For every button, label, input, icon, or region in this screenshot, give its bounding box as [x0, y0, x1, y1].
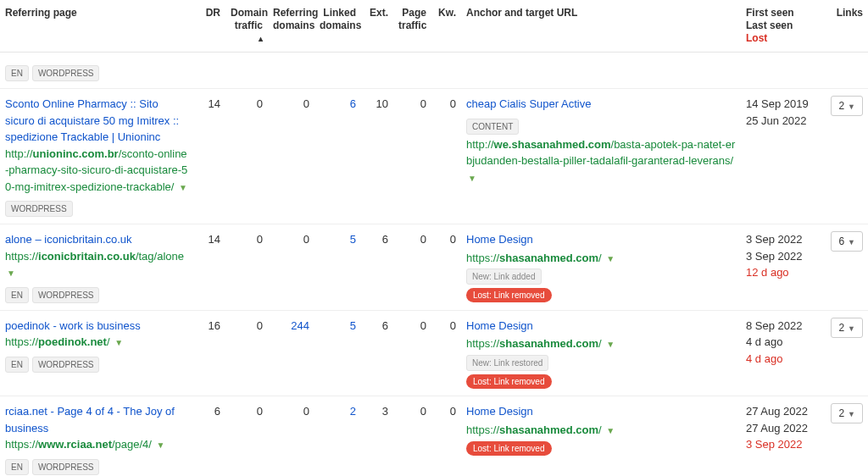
cell-referring-domains: 244 [268, 310, 314, 396]
table-header-row: Referring page DR Domain traffic Referri… [0, 0, 868, 53]
status-pill-lost: Lost: Link removed [466, 441, 552, 456]
referring-page-url[interactable]: https://iconicbritain.co.uk/tag/alone ▼ [5, 248, 190, 281]
anchor-text[interactable]: cheap Cialis Super Active [466, 97, 591, 110]
anchor-tag: CONTENT [466, 119, 519, 135]
page-tag: EN [5, 357, 29, 373]
cell-ext: 6 [361, 224, 393, 311]
cell-linked-domains: 5 [314, 224, 361, 311]
page-tag: EN [5, 459, 29, 475]
anchor-text[interactable]: Home Design [466, 233, 533, 246]
chevron-down-icon[interactable]: ▼ [606, 252, 615, 265]
referring-page-title[interactable]: poedinok - work is business [5, 319, 141, 332]
chevron-down-icon: ▼ [848, 410, 855, 418]
table-row: alone – iconicbritain.co.ukhttps://iconi… [0, 224, 868, 311]
cell-ext: 3 [361, 396, 393, 477]
anchor-text[interactable]: Home Design [466, 319, 533, 332]
cell-page-traffic: 0 [393, 224, 431, 311]
cell-dates: 14 Sep 201925 Jun 2022 [741, 89, 819, 224]
table-row: poedinok - work is businesshttps://poedi… [0, 310, 868, 396]
cell-kw: 0 [431, 224, 461, 311]
cell-dr: 16 [195, 310, 225, 396]
cell-referring-domains: 0 [268, 224, 314, 311]
anchor-text[interactable]: Home Design [466, 405, 533, 418]
referring-page-title[interactable]: Sconto Online Pharmacy :: Sito sicuro di… [5, 97, 179, 143]
cell-ext: 10 [361, 89, 393, 224]
referring-page-url[interactable]: http://unioninc.com.br/sconto-online-pha… [5, 146, 190, 196]
status-pill-new: New: Link restored [466, 355, 548, 371]
chevron-down-icon[interactable]: ▼ [468, 172, 476, 185]
chevron-down-icon: ▼ [848, 238, 855, 246]
cell-dr: 14 [195, 224, 225, 311]
col-referring-domains[interactable]: Referring domains [268, 0, 314, 53]
links-dropdown-button[interactable]: 2▼ [831, 318, 863, 338]
cell-linked-domains: 2 [314, 396, 361, 477]
page-tag: EN [5, 287, 29, 303]
chevron-down-icon[interactable]: ▼ [606, 338, 615, 351]
col-ext[interactable]: Ext. [361, 0, 393, 53]
chevron-down-icon[interactable]: ▼ [7, 267, 15, 280]
col-referring-page[interactable]: Referring page [0, 0, 195, 53]
cell-domain-traffic: 0 [225, 310, 268, 396]
referring-page-url[interactable]: https://poedinok.net/ ▼ [5, 334, 190, 351]
cell-domain-traffic: 0 [225, 89, 268, 224]
chevron-down-icon[interactable]: ▼ [606, 424, 615, 437]
cell-dates: 8 Sep 20224 d ago4 d ago [741, 310, 819, 396]
page-tag: WORDPRESS [32, 357, 100, 373]
cell-ext: 6 [361, 310, 393, 396]
target-url[interactable]: https://shasanahmed.com/ ▼ [466, 422, 736, 439]
cell-domain-traffic: 0 [225, 396, 268, 477]
referring-page-title[interactable]: rciaa.net - Page 4 of 4 - The Joy of bus… [5, 405, 175, 434]
cell-dr: 6 [195, 396, 225, 477]
cell-dates: 27 Aug 202227 Aug 20223 Sep 2022 [741, 396, 819, 477]
col-domain-traffic[interactable]: Domain traffic [225, 0, 268, 53]
status-pill-lost: Lost: Link removed [466, 288, 552, 302]
table-row: rciaa.net - Page 4 of 4 - The Joy of bus… [0, 396, 868, 477]
page-tag: WORDPRESS [5, 201, 73, 217]
chevron-down-icon[interactable]: ▼ [179, 181, 187, 194]
target-url[interactable]: https://shasanahmed.com/ ▼ [466, 250, 736, 267]
col-links[interactable]: Links [819, 0, 868, 53]
col-kw[interactable]: Kw. [431, 0, 461, 53]
cell-domain-traffic: 0 [225, 224, 268, 311]
cell-kw: 0 [431, 310, 461, 396]
cell-kw: 0 [431, 396, 461, 477]
backlinks-table: Referring page DR Domain traffic Referri… [0, 0, 868, 476]
page-tag: WORDPRESS [32, 459, 100, 475]
chevron-down-icon: ▼ [848, 324, 855, 333]
links-dropdown-button[interactable]: 2▼ [831, 403, 863, 423]
cell-page-traffic: 0 [393, 89, 431, 224]
col-page-traffic[interactable]: Page traffic [393, 0, 431, 53]
page-tag: WORDPRESS [32, 287, 100, 303]
referring-page-title[interactable]: alone – iconicbritain.co.uk [5, 233, 132, 246]
cell-referring-domains: 0 [268, 89, 314, 224]
cell-linked-domains: 6 [314, 89, 361, 224]
links-dropdown-button[interactable]: 6▼ [831, 231, 863, 252]
status-pill-lost: Lost: Link removed [466, 374, 552, 389]
table-row: Sconto Online Pharmacy :: Sito sicuro di… [0, 89, 868, 224]
links-dropdown-button[interactable]: 2▼ [831, 96, 863, 116]
cell-linked-domains: 5 [314, 310, 361, 396]
referring-page-url[interactable]: https://www.rciaa.net/page/4/ ▼ [5, 436, 190, 453]
cell-referring-domains: 0 [268, 396, 314, 477]
cell-dates: 3 Sep 20223 Sep 202212 d ago [741, 224, 819, 311]
col-anchor-target[interactable]: Anchor and target URL [461, 0, 741, 53]
table-row-partial: ENWORDPRESS [0, 53, 868, 89]
cell-dr: 14 [195, 89, 225, 224]
target-url[interactable]: http://we.shasanahmed.com/basta-apotek-p… [466, 136, 736, 186]
col-first-last-seen[interactable]: First seen Last seen Lost [741, 0, 819, 53]
status-pill-new: New: Link added [466, 268, 542, 285]
page-tag: EN [5, 65, 29, 81]
page-tag: WORDPRESS [32, 65, 100, 81]
target-url[interactable]: https://shasanahmed.com/ ▼ [466, 335, 736, 352]
col-linked-domains[interactable]: Linked domains [314, 0, 361, 53]
chevron-down-icon[interactable]: ▼ [157, 439, 165, 451]
chevron-down-icon: ▼ [848, 102, 855, 111]
cell-kw: 0 [431, 89, 461, 224]
chevron-down-icon[interactable]: ▼ [114, 336, 123, 349]
cell-page-traffic: 0 [393, 310, 431, 396]
cell-page-traffic: 0 [393, 396, 431, 477]
col-dr[interactable]: DR [195, 0, 225, 53]
